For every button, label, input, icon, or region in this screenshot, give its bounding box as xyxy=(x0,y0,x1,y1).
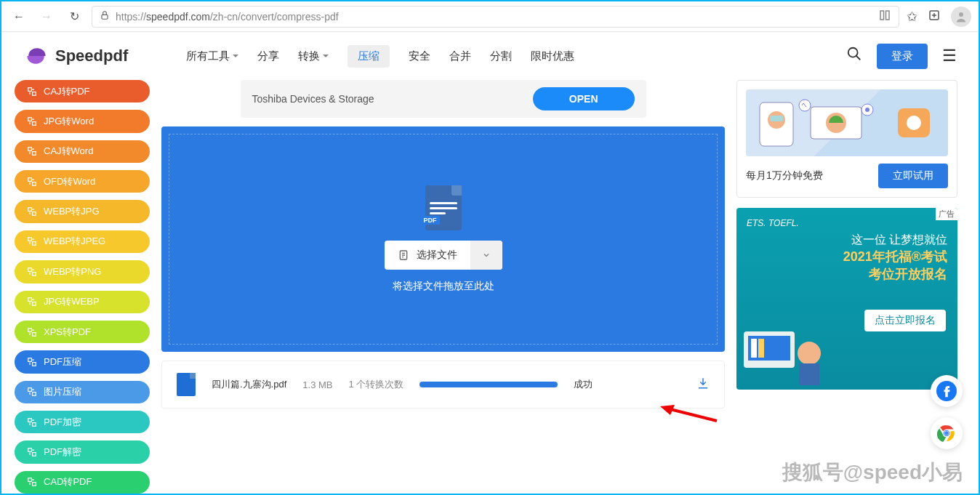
svg-rect-21 xyxy=(28,328,32,331)
back-button[interactable]: ← xyxy=(9,7,29,27)
promo-card-2[interactable]: 广告 ETS. TOEFL. 这一位 让梦想就位 2021年托福®考试 考位开放… xyxy=(736,208,957,390)
ad-open-button[interactable]: OPEN xyxy=(533,87,635,110)
sidebar-item-7[interactable]: JPG转WEBP xyxy=(15,291,150,313)
sidebar-item-5[interactable]: WEBP转JPEG xyxy=(15,230,150,253)
promo2-illustration xyxy=(736,302,838,390)
sidebar-item-9[interactable]: PDF压缩 xyxy=(15,350,150,373)
sidebar-item-label: OFD转Word xyxy=(44,175,95,188)
choose-file-label: 选择文件 xyxy=(417,249,457,262)
svg-rect-9 xyxy=(28,148,32,151)
chrome-extension-bubble[interactable] xyxy=(931,417,963,449)
logo[interactable]: Speedpdf xyxy=(23,43,128,69)
site-header: Speedpdf 所有工具 分享 转换 压缩 安全 合并 分割 限时优惠 登录 … xyxy=(1,32,979,80)
file-row: 四川篇.九寨沟.pdf 1.3 MB 1 个转换次数 成功 xyxy=(161,361,725,409)
forward-button[interactable]: → xyxy=(36,7,57,27)
sidebar-item-2[interactable]: CAJ转Word xyxy=(15,140,150,163)
svg-rect-12 xyxy=(33,182,36,185)
profile-avatar[interactable] xyxy=(951,7,971,27)
ad-text: Toshiba Devices & Storage xyxy=(252,93,374,105)
sidebar-item-label: CAJ转PDF xyxy=(44,85,90,98)
svg-rect-18 xyxy=(33,272,36,275)
nav-secure[interactable]: 安全 xyxy=(409,45,430,68)
hamburger-icon[interactable]: ☰ xyxy=(942,47,957,65)
login-button[interactable]: 登录 xyxy=(877,44,928,69)
choose-file: 选择文件 xyxy=(385,241,502,270)
dropzone-inner: PDF 选择文件 将选择文件拖放至此处 xyxy=(169,134,718,345)
share-facebook-bubble[interactable] xyxy=(931,375,963,407)
favorite-icon[interactable]: ✩ xyxy=(907,9,917,25)
svg-rect-22 xyxy=(33,332,36,336)
ad-banner[interactable]: Toshiba Devices & Storage OPEN xyxy=(241,80,646,118)
promo2-line2: 2021年托福®考试 xyxy=(747,248,947,265)
svg-rect-49 xyxy=(751,339,757,358)
svg-marker-59 xyxy=(660,405,675,415)
sidebar-item-label: WEBP转JPEG xyxy=(44,235,105,248)
progress-bar xyxy=(419,382,558,387)
svg-rect-52 xyxy=(799,363,819,385)
svg-rect-27 xyxy=(28,418,32,422)
nav-share[interactable]: 分享 xyxy=(257,45,279,68)
promo2-brand: ETS. TOEFL. xyxy=(747,218,947,228)
sidebar-item-3[interactable]: OFD转Word xyxy=(15,170,150,193)
collections-icon[interactable] xyxy=(928,9,941,25)
promo-card-1[interactable]: 每月1万分钟免费 立即试用 xyxy=(736,80,957,198)
promo2-line1: 这一位 让梦想就位 xyxy=(747,233,947,248)
sidebar-item-8[interactable]: XPS转PDF xyxy=(15,321,150,343)
svg-point-44 xyxy=(865,108,869,112)
choose-file-button[interactable]: 选择文件 xyxy=(385,241,470,269)
dropzone-hint: 将选择文件拖放至此处 xyxy=(393,280,494,293)
refresh-button[interactable]: ↻ xyxy=(64,7,84,27)
nav-promo[interactable]: 限时优惠 xyxy=(531,45,574,68)
svg-rect-7 xyxy=(28,118,32,121)
search-icon[interactable] xyxy=(846,46,862,66)
promo1-text: 每月1万分钟免费 xyxy=(746,169,823,182)
svg-point-2 xyxy=(959,12,963,17)
file-conversions: 1 个转换次数 xyxy=(348,378,403,391)
svg-point-51 xyxy=(798,342,821,365)
right-column: 每月1万分钟免费 立即试用 广告 ETS. TOEFL. 这一位 让梦想就位 2… xyxy=(736,80,957,494)
sidebar-item-label: JPG转Word xyxy=(44,115,94,128)
convert-icon xyxy=(26,296,38,307)
nav-convert[interactable]: 转换 xyxy=(298,45,329,68)
svg-rect-31 xyxy=(28,478,32,482)
svg-line-58 xyxy=(670,409,717,421)
nav-compress[interactable]: 压缩 xyxy=(348,45,390,68)
promo2-button[interactable]: 点击立即报名 xyxy=(864,310,946,331)
reader-icon[interactable] xyxy=(878,9,891,24)
url-text: https://speedpdf.com/zh-cn/convert/compr… xyxy=(116,11,872,23)
convert-icon xyxy=(26,266,38,278)
svg-point-57 xyxy=(944,431,948,435)
svg-rect-39 xyxy=(770,116,783,121)
choose-file-dropdown[interactable] xyxy=(470,241,502,270)
nav-merge[interactable]: 合并 xyxy=(449,45,471,68)
sidebar-item-10[interactable]: 图片压缩 xyxy=(15,381,150,403)
svg-rect-11 xyxy=(28,178,32,182)
header-right: 登录 ☰ xyxy=(846,44,957,69)
sidebar-item-13[interactable]: CAD转PDF xyxy=(15,471,150,494)
address-bar[interactable]: https://speedpdf.com/zh-cn/convert/compr… xyxy=(92,6,899,28)
convert-icon xyxy=(26,356,38,368)
upload-dropzone[interactable]: PDF 选择文件 将选择文件拖放至此处 xyxy=(161,126,725,352)
browser-right-icons: ✩ xyxy=(907,7,971,27)
sidebar-item-4[interactable]: WEBP转JPG xyxy=(15,200,150,222)
sidebar-item-0[interactable]: CAJ转PDF xyxy=(15,80,150,102)
download-button[interactable] xyxy=(696,377,710,393)
document-icon xyxy=(398,249,409,261)
sidebar-item-label: WEBP转JPG xyxy=(44,205,100,218)
sidebar-item-1[interactable]: JPG转Word xyxy=(15,110,150,132)
nav-all-tools[interactable]: 所有工具 xyxy=(186,45,238,68)
sidebar-item-6[interactable]: WEBP转PNG xyxy=(15,260,150,283)
nav-split[interactable]: 分割 xyxy=(490,45,512,68)
content: CAJ转PDFJPG转WordCAJ转WordOFD转WordWEBP转JPGW… xyxy=(1,80,979,494)
svg-rect-8 xyxy=(33,122,36,126)
sidebar-item-12[interactable]: PDF解密 xyxy=(15,440,150,463)
ad-label: 广告 xyxy=(936,208,957,220)
convert-icon xyxy=(26,236,38,247)
promo1-button[interactable]: 立即试用 xyxy=(878,164,948,188)
convert-icon xyxy=(26,206,38,217)
sidebar-item-11[interactable]: PDF加密 xyxy=(15,411,150,433)
svg-rect-23 xyxy=(28,358,32,362)
convert-icon xyxy=(26,86,38,97)
logo-icon xyxy=(23,43,49,69)
convert-icon xyxy=(26,446,38,458)
